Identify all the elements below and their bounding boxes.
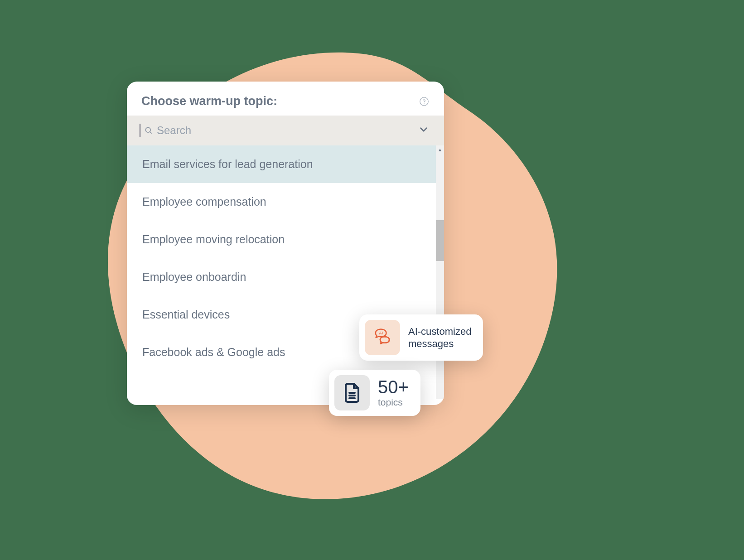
topics-label: topics <box>378 397 409 408</box>
help-icon[interactable] <box>419 96 430 107</box>
document-icon <box>334 375 370 410</box>
search-input[interactable] <box>157 124 418 137</box>
card-title: Choose warm-up topic: <box>141 94 277 108</box>
topics-count-badge: 50+ topics <box>329 370 420 416</box>
ai-messages-badge: AI AI-customized messages <box>359 314 483 361</box>
search-row[interactable] <box>127 116 444 145</box>
text-cursor <box>140 124 140 137</box>
list-item[interactable]: Employee compensation <box>127 183 444 221</box>
svg-line-3 <box>150 132 152 134</box>
topic-list: Email services for lead generation Emplo… <box>127 145 444 399</box>
list-item[interactable]: Employee moving relocation <box>127 221 444 258</box>
ai-badge-line2: messages <box>408 338 471 350</box>
svg-point-2 <box>145 127 150 132</box>
svg-point-0 <box>420 97 428 105</box>
ai-chat-icon: AI <box>365 320 400 355</box>
svg-text:AI: AI <box>379 331 382 335</box>
ai-badge-line1: AI-customized <box>408 325 471 338</box>
topics-count: 50+ <box>378 378 409 396</box>
scroll-up-arrow-icon[interactable]: ▴ <box>436 145 444 154</box>
list-item[interactable]: Email services for lead generation <box>127 145 444 183</box>
card-header: Choose warm-up topic: <box>127 82 444 116</box>
search-icon <box>144 126 153 135</box>
ai-badge-text: AI-customized messages <box>408 325 471 350</box>
scrollbar[interactable]: ▴ <box>436 145 444 399</box>
scrollbar-thumb[interactable] <box>436 220 444 261</box>
svg-point-1 <box>424 103 424 103</box>
list-item[interactable]: Employee onboardin <box>127 258 444 296</box>
topics-badge-text: 50+ topics <box>378 378 409 408</box>
chevron-down-icon[interactable] <box>418 124 430 137</box>
